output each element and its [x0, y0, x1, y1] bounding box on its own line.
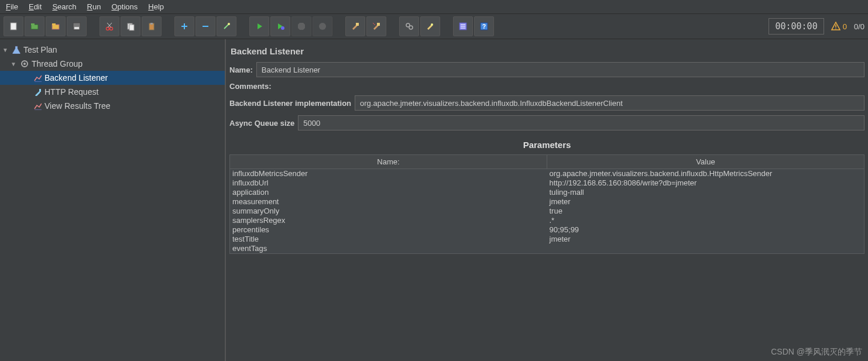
tree-panel: ▼ Test Plan ▼ Thread Group Backend Liste… [0, 39, 226, 361]
wand-button[interactable] [217, 16, 236, 36]
tree-label: Test Plan [23, 45, 57, 54]
function-helper-button[interactable] [453, 16, 473, 36]
param-name-cell[interactable]: influxdbMetricsSender [230, 169, 547, 178]
tree-item[interactable]: HTTP Request [0, 85, 225, 99]
menu-search[interactable]: Search [52, 2, 76, 11]
param-name-cell[interactable]: influxdbUrl [230, 178, 547, 188]
save-icon [72, 22, 81, 31]
svg-point-19 [228, 23, 230, 25]
clear-all-button[interactable] [366, 16, 386, 36]
copy-button[interactable] [121, 16, 140, 36]
new-icon [9, 22, 18, 31]
svg-rect-3 [52, 25, 59, 29]
tree-item[interactable]: View Results Tree [0, 99, 225, 113]
help-button[interactable]: ? [474, 16, 494, 36]
param-value-cell[interactable]: http://192.168.65.160:8086/write?db=jmet… [547, 178, 864, 188]
menu-help[interactable]: Help [148, 2, 164, 11]
queue-label: Async Queue size [229, 119, 294, 128]
save-button[interactable] [67, 16, 87, 36]
tree-thread-group[interactable]: ▼ Thread Group [0, 57, 225, 71]
warning-count[interactable]: 0 [831, 22, 847, 31]
timer-display: 00:00:00 [768, 18, 824, 35]
param-name-cell[interactable]: eventTags [230, 244, 547, 253]
param-name-cell[interactable]: samplersRegex [230, 216, 547, 225]
name-input[interactable] [256, 62, 864, 77]
reset-search-icon [426, 22, 435, 31]
new-button[interactable] [4, 16, 23, 36]
param-name-cell[interactable]: measurement [230, 197, 547, 207]
menu-run[interactable]: Run [87, 2, 101, 11]
table-row[interactable]: applicationtuling-mall [230, 188, 864, 197]
play-icon [255, 22, 264, 31]
collapse-icon[interactable]: ▼ [11, 61, 18, 67]
clear-all-icon [372, 22, 381, 31]
plus-button[interactable] [174, 16, 194, 36]
paste-icon [147, 22, 156, 31]
svg-point-22 [281, 26, 284, 30]
shutdown-icon [318, 22, 327, 31]
warning-icon [831, 22, 840, 31]
table-row[interactable]: measurementjmeter [230, 197, 864, 207]
table-row[interactable]: testTitlejmeter [230, 235, 864, 244]
plus-icon [180, 22, 189, 31]
param-header-value[interactable]: Value [547, 155, 864, 169]
table-row[interactable]: eventTags [230, 244, 864, 253]
minus-button[interactable] [195, 16, 215, 36]
impl-select[interactable] [355, 95, 864, 111]
param-name-cell[interactable]: percentiles [230, 225, 547, 235]
cut-icon [105, 22, 114, 31]
table-row[interactable]: samplersRegex.* [230, 216, 864, 225]
chart-icon [33, 73, 42, 82]
svg-rect-1 [31, 25, 38, 29]
param-value-cell[interactable]: tuling-mall [547, 188, 864, 197]
param-value-cell[interactable] [547, 244, 864, 253]
cut-button[interactable] [100, 16, 119, 36]
table-row[interactable]: percentiles90;95;99 [230, 225, 864, 235]
tree-test-plan[interactable]: ▼ Test Plan [0, 43, 225, 57]
play-button[interactable] [249, 16, 269, 36]
menubar: File Edit Search Run Options Help [0, 0, 868, 13]
clear-icon [351, 22, 360, 31]
table-row[interactable]: influxdbUrlhttp://192.168.65.160:8086/wr… [230, 178, 864, 188]
svg-point-30 [431, 23, 433, 26]
table-row[interactable]: summaryOnlytrue [230, 207, 864, 216]
main-area: ▼ Test Plan ▼ Thread Group Backend Liste… [0, 39, 868, 361]
open-button[interactable] [46, 16, 66, 36]
param-value-cell[interactable]: jmeter [547, 235, 864, 244]
collapse-icon[interactable]: ▼ [2, 47, 9, 53]
param-value-cell[interactable]: .* [547, 216, 864, 225]
shutdown-button[interactable] [313, 16, 332, 36]
svg-point-8 [110, 27, 113, 30]
svg-line-27 [373, 23, 375, 25]
svg-text:?: ? [482, 23, 486, 30]
parameters-title: Parameters [229, 135, 864, 154]
paste-button[interactable] [142, 16, 162, 36]
param-value-cell[interactable]: true [547, 207, 864, 216]
svg-marker-23 [298, 23, 305, 30]
param-value-cell[interactable]: jmeter [547, 197, 864, 207]
search-tree-button[interactable] [399, 16, 419, 36]
param-name-cell[interactable]: summaryOnly [230, 207, 547, 216]
menu-file[interactable]: File [6, 2, 18, 11]
menu-edit[interactable]: Edit [29, 2, 42, 11]
tree-item[interactable]: Backend Listener [0, 71, 225, 85]
table-row[interactable]: influxdbMetricsSenderorg.apache.jmeter.v… [230, 169, 864, 178]
stop-button[interactable] [291, 16, 311, 36]
pipette-icon [33, 87, 42, 97]
param-name-cell[interactable]: testTitle [230, 235, 547, 244]
open-template-button[interactable] [25, 16, 44, 36]
param-header-name[interactable]: Name: [230, 155, 547, 169]
queue-input[interactable] [298, 115, 864, 130]
param-value-cell[interactable]: 90;95;99 [547, 225, 864, 235]
menu-options[interactable]: Options [111, 2, 138, 11]
svg-rect-14 [150, 23, 153, 25]
svg-point-29 [409, 26, 413, 29]
svg-rect-26 [377, 23, 380, 26]
panel-title: Backend Listener [229, 43, 864, 62]
gear-icon [20, 59, 29, 68]
param-name-cell[interactable]: application [230, 188, 547, 197]
clear-button[interactable] [345, 16, 365, 36]
param-value-cell[interactable]: org.apache.jmeter.visualizers.backend.in… [547, 169, 864, 178]
play-no-timer-button[interactable] [270, 16, 290, 36]
reset-search-button[interactable] [420, 16, 440, 36]
